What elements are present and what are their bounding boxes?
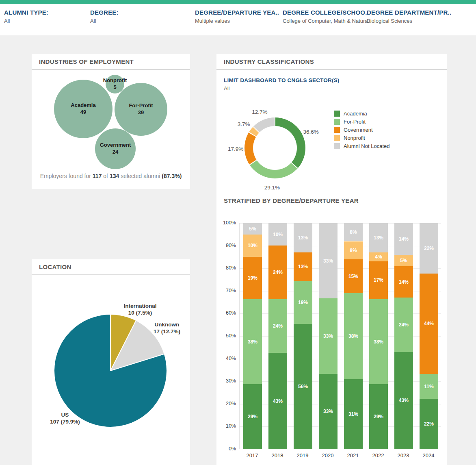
bubble-label: For-Profit39 — [129, 102, 153, 116]
bar-2017-nonprofit[interactable]: 10% — [243, 235, 262, 257]
y-tick-label: 30% — [216, 378, 236, 384]
bar-2018-alumni-not-located[interactable]: 10% — [268, 223, 287, 246]
legend-item-nonprofit[interactable]: Nonprofit — [334, 134, 389, 142]
filter-alumni-type[interactable]: ALUMNI TYPE:All — [4, 9, 48, 24]
bar-2021-alumni-not-located[interactable]: 8% — [344, 223, 363, 241]
bar-2017-for-profit[interactable]: 38% — [243, 299, 262, 384]
filter-value[interactable]: College of Computer, Math & Natura.. — [283, 18, 371, 24]
classifications-panel: INDUSTRY CLASSIFICATIONS LIMIT DASHBOARD… — [216, 54, 447, 465]
legend-item-alumni-not-located[interactable]: Alumni Not Located — [334, 142, 389, 150]
filter-label: DEGREE DEPARTMENT/PR.. — [367, 9, 451, 16]
y-tick-label: 80% — [216, 265, 236, 271]
bar-2020-academia[interactable]: 33% — [319, 374, 338, 449]
pie-label-international: International10 (7.5%) — [123, 303, 156, 317]
bar-2021-nonprofit[interactable]: 8% — [344, 241, 363, 259]
bar-2019-government[interactable]: 13% — [294, 252, 312, 282]
bar-2023-alumni-not-located[interactable]: 14% — [394, 223, 413, 255]
industry-donut[interactable] — [244, 117, 305, 178]
bar-2019-academia[interactable]: 56% — [294, 324, 312, 449]
bar-2021-academia[interactable]: 31% — [344, 379, 363, 449]
bar-2022-for-profit[interactable]: 38% — [369, 299, 388, 384]
bar-plot: 29%38%19%10%5%43%24%24%10%56%19%13%13%33… — [239, 223, 441, 449]
filter-value[interactable]: All — [90, 18, 119, 24]
bar-2021-for-profit[interactable]: 38% — [344, 293, 363, 379]
legend-swatch — [334, 127, 340, 133]
bar-2017-government[interactable]: 19% — [243, 257, 262, 300]
location-pie[interactable] — [54, 315, 167, 427]
bar-2024-government[interactable]: 44% — [420, 274, 438, 374]
bar-2024-academia[interactable]: 22% — [420, 399, 438, 449]
legend-label: Alumni Not Located — [344, 143, 389, 149]
y-tick-label: 60% — [216, 310, 236, 316]
bar-2017-alumni-not-located[interactable]: 5% — [243, 223, 262, 235]
bar-2020-alumni-not-located[interactable]: 33% — [319, 223, 338, 298]
bar-2023-nonprofit[interactable]: 5% — [394, 255, 413, 266]
industries-panel: INDUSTRIES OF EMPLOYMENT Academia49For-P… — [32, 54, 190, 189]
bar-2022-alumni-not-located[interactable]: 13% — [369, 223, 388, 252]
bar-2019-for-profit[interactable]: 19% — [294, 281, 312, 324]
bar-value-label: 19% — [248, 275, 257, 281]
bar-2024-for-profit[interactable]: 11% — [420, 374, 438, 399]
bar-value-label: 29% — [248, 414, 257, 419]
bar-value-label: 14% — [399, 236, 409, 242]
bar-2023-government[interactable]: 14% — [394, 266, 413, 298]
bar-2022-academia[interactable]: 29% — [369, 384, 388, 449]
bar-2022-government[interactable]: 17% — [369, 261, 388, 300]
footnote-text: of — [102, 173, 109, 179]
legend-item-for-profit[interactable]: For-Profit — [334, 117, 389, 126]
bar-2023-for-profit[interactable]: 24% — [394, 298, 413, 352]
bar-2018-government[interactable]: 24% — [268, 246, 287, 299]
bar-2021-government[interactable]: 15% — [344, 259, 363, 293]
bubble-government[interactable]: Government24 — [95, 128, 136, 169]
filter-degree-departure-year[interactable]: DEGREE/DEPARTURE YEA..Multiple values — [195, 9, 279, 24]
bar-2018-for-profit[interactable]: 24% — [268, 299, 287, 353]
filter-value[interactable]: All — [4, 18, 48, 24]
legend-swatch — [334, 143, 340, 149]
x-tick-label: 2020 — [318, 452, 337, 458]
legend-label: Nonprofit — [344, 135, 365, 141]
legend-label: For-Profit — [344, 119, 366, 125]
bar-2024-alumni-not-located[interactable]: 22% — [420, 223, 438, 274]
slice-separator — [110, 354, 164, 371]
legend-item-government[interactable]: Government — [334, 126, 389, 134]
filter-label: DEGREE/DEPARTURE YEA.. — [195, 9, 279, 16]
slice-separator — [110, 315, 111, 371]
bar-value-label: 33% — [323, 333, 333, 339]
bar-2022-nonprofit[interactable]: 4% — [369, 252, 388, 261]
y-tick-label: 0% — [216, 446, 236, 452]
filter-label: DEGREE: — [90, 9, 119, 16]
top-accent-bar — [0, 0, 476, 4]
bar-2017-academia[interactable]: 29% — [243, 384, 262, 449]
x-tick-label: 2021 — [344, 452, 362, 458]
bar-2020-for-profit[interactable]: 33% — [319, 298, 338, 374]
filter-degree-college-school[interactable]: DEGREE COLLEGE/SCHOO..College of Compute… — [283, 9, 371, 24]
x-tick-label: 2024 — [419, 452, 438, 458]
bar-value-label: 17% — [374, 277, 383, 283]
footnote-text: 134 — [110, 173, 119, 179]
bar-2018-academia[interactable]: 43% — [268, 353, 287, 449]
bar-2019-alumni-not-located[interactable]: 13% — [294, 223, 312, 252]
donut-value-label: 36.6% — [303, 129, 318, 135]
legend-label: Academia — [344, 111, 367, 117]
x-tick-label: 2023 — [394, 452, 413, 458]
filter-degree[interactable]: DEGREE:All — [90, 9, 119, 24]
filter-value[interactable]: Biological Sciences — [367, 18, 451, 24]
location-pie-chart: International10 (7.5%)Unknown17 (12.7%)U… — [32, 259, 190, 465]
bar-value-label: 13% — [374, 235, 383, 241]
filter-degree-department-program[interactable]: DEGREE DEPARTMENT/PR..Biological Science… — [367, 9, 451, 24]
bar-value-label: 13% — [298, 235, 308, 241]
bar-value-label: 44% — [424, 321, 434, 326]
legend-item-academia[interactable]: Academia — [334, 109, 389, 117]
filter-bar: ALUMNI TYPE:AllDEGREE:AllDEGREE/DEPARTUR… — [0, 4, 476, 35]
x-axis: 20172018201920202021202220232024 — [239, 452, 441, 460]
footnote-text: selected alumni — [119, 173, 162, 179]
donut-hole — [253, 126, 297, 170]
bubble-label: Academia49 — [71, 102, 95, 116]
bar-value-label: 8% — [350, 229, 357, 235]
bubble-nonprofit[interactable]: Nonprofit5 — [106, 75, 124, 93]
filter-label: ALUMNI TYPE: — [4, 9, 48, 16]
filter-value[interactable]: Multiple values — [195, 18, 279, 24]
bar-value-label: 14% — [399, 279, 409, 285]
y-tick-label: 70% — [216, 288, 236, 293]
bar-2023-academia[interactable]: 43% — [394, 352, 413, 449]
